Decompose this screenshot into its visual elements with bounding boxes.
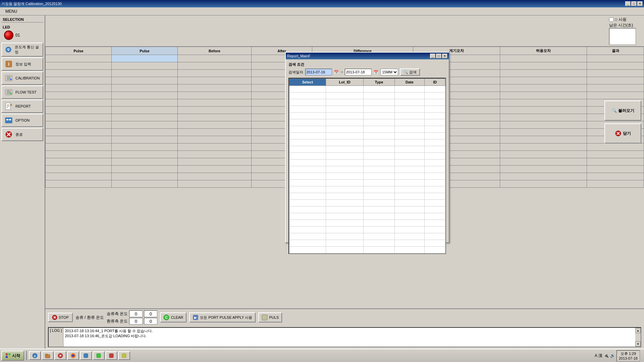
table-cell: [587, 151, 644, 158]
result-row: [289, 206, 445, 213]
title-bar-title: 가정용 열량계 Calibration_20120130: [1, 1, 62, 6]
minimize-button[interactable]: _: [625, 1, 631, 6]
result-cell: [425, 126, 445, 133]
table-cell: [46, 129, 112, 136]
browser-icon: [70, 353, 76, 358]
return-temp-input1[interactable]: [129, 318, 143, 324]
forward-temp-input2[interactable]: [144, 310, 157, 317]
use-checkbox[interactable]: [609, 17, 613, 22]
taskbar-ie-button[interactable]: e: [29, 351, 41, 360]
load-button[interactable]: 🔍 불러오기: [604, 101, 641, 121]
result-row: [289, 233, 445, 240]
result-cell: [394, 106, 425, 113]
report-body: 검색 조건 검색일자 📅 ~ 📅 15MM 20MM 25MM 32MM 🔍 검…: [286, 59, 449, 242]
table-cell: [587, 70, 644, 77]
result-cell: [326, 193, 364, 200]
apply-button[interactable]: ▶ 모든 PORT PULSE APPLY 사용: [189, 312, 256, 322]
result-cell: [289, 193, 326, 200]
result-cell: [364, 113, 394, 119]
temp-comm-icon: [4, 45, 13, 54]
date-to-input[interactable]: [345, 69, 372, 75]
sidebar-item-report[interactable]: REPORT: [1, 100, 43, 113]
table-cell: [500, 107, 587, 114]
taskbar-explorer-button[interactable]: [42, 351, 54, 360]
stop-label: STOP: [59, 315, 69, 319]
size-select[interactable]: 15MM 20MM 25MM 32MM: [380, 69, 398, 75]
taskbar-app4-button[interactable]: [118, 351, 130, 360]
table-cell: [46, 107, 112, 114]
search-button[interactable]: 🔍 검색: [400, 68, 420, 76]
sidebar-item-flow-test[interactable]: FLOW TEST: [1, 85, 43, 99]
result-cell: [364, 133, 394, 139]
table-cell: [587, 77, 644, 84]
maximize-button[interactable]: □: [631, 1, 637, 6]
result-cell: [394, 186, 425, 193]
pulse-button[interactable]: PULS: [258, 312, 282, 322]
bottom-controls: STOP 송류 / 환류 온도 송류측 온도 환류측 온도 C: [45, 308, 644, 326]
result-cell: [394, 153, 425, 160]
result-cell: [394, 180, 425, 186]
log-scroll-up[interactable]: ▲: [635, 328, 641, 333]
taskbar-app2-button[interactable]: [93, 351, 105, 360]
volume-icon: 🔊: [610, 353, 615, 358]
taskbar-app3-button[interactable]: [105, 351, 117, 360]
result-cell: [364, 166, 394, 173]
date-from-input[interactable]: [305, 69, 332, 75]
app1-icon: [83, 353, 89, 358]
return-temp-input2[interactable]: [144, 318, 157, 324]
result-cell: [364, 186, 394, 193]
clear-button[interactable]: C CLEAR: [160, 312, 186, 322]
result-row: [289, 227, 445, 233]
svg-rect-51: [122, 354, 126, 358]
result-cell: [425, 173, 445, 180]
sidebar-item-option[interactable]: OPTION: [1, 114, 43, 127]
pulse-icon: [262, 314, 268, 320]
close-action-button[interactable]: 닫기: [604, 123, 641, 143]
result-row: [289, 173, 445, 180]
taskbar-media-button[interactable]: [54, 351, 66, 360]
taskbar-app1-button[interactable]: [80, 351, 92, 360]
sidebar-item-info-input[interactable]: i 정보 입력: [1, 57, 43, 71]
result-cell: [289, 139, 326, 146]
menu-item-menu[interactable]: MENU: [3, 8, 20, 14]
report-close[interactable]: ✕: [442, 54, 447, 58]
table-cell: [111, 166, 177, 173]
report-main-area: Select Lot_ID Type Date ID: [288, 78, 446, 254]
forward-temp-input1[interactable]: [129, 310, 143, 317]
table-cell: [177, 114, 251, 121]
result-table: Select Lot_ID Type Date ID: [289, 78, 445, 253]
calibration-label: CALIBRATION: [15, 76, 40, 80]
sidebar-item-calibration[interactable]: CALIBRATION: [1, 71, 43, 85]
clear-icon: C: [163, 314, 169, 320]
report-minimize[interactable]: _: [430, 54, 435, 58]
table-cell: [500, 114, 587, 121]
close-button[interactable]: ✕: [637, 1, 643, 6]
exit-label: 종료: [15, 132, 23, 137]
report-maximize[interactable]: □: [436, 54, 441, 58]
result-cell: [326, 186, 364, 193]
log-label: [ LOG ]: [49, 328, 63, 347]
log-scroll-down[interactable]: ▼: [635, 341, 641, 347]
sidebar-item-exit[interactable]: 종료: [1, 128, 43, 141]
result-cell: [364, 99, 394, 106]
sidebar-item-temp-comm[interactable]: 온도계 통신 설정: [1, 43, 43, 57]
table-cell: [46, 77, 112, 84]
table-cell: [177, 121, 251, 129]
date-picker-to-icon[interactable]: 📅: [374, 70, 378, 74]
report-icon: [4, 102, 13, 111]
svg-text:i: i: [8, 61, 9, 67]
table-cell: [177, 143, 251, 151]
result-cell: [326, 200, 364, 206]
taskbar-browser-button[interactable]: [67, 351, 79, 360]
temp-group: 송류측 온도 환류측 온도: [107, 310, 157, 324]
result-cell: [394, 146, 425, 153]
svg-point-47: [72, 354, 74, 357]
start-button[interactable]: 시작: [1, 351, 24, 361]
result-cell: [364, 247, 394, 253]
result-cell: [289, 247, 326, 253]
result-cell: [364, 220, 394, 227]
stop-button[interactable]: STOP: [48, 313, 73, 322]
svg-rect-20: [6, 119, 8, 120]
date-picker-from-icon[interactable]: 📅: [334, 70, 339, 74]
table-cell: [111, 70, 177, 77]
